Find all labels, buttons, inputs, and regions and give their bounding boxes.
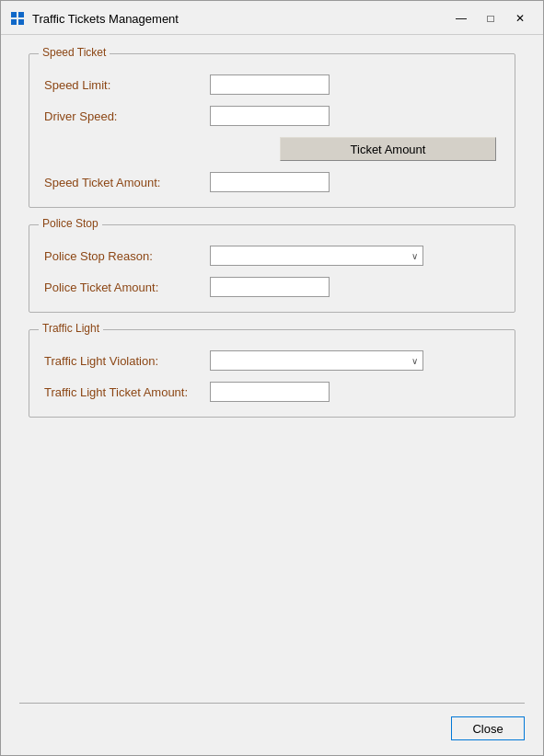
footer: Close — [1, 693, 543, 755]
svg-rect-1 — [18, 12, 24, 17]
traffic-light-violation-select[interactable]: Red Light Yellow Light Illegal Turn — [210, 350, 423, 371]
driver-speed-row: Driver Speed: — [44, 106, 500, 126]
main-window: Traffic Tickets Management — □ ✕ Speed T… — [0, 0, 544, 756]
content-area: Speed Ticket Speed Limit: Driver Speed: … — [1, 35, 543, 693]
ticket-amount-btn-row: Ticket Amount — [44, 137, 500, 161]
police-stop-group: Police Stop Police Stop Reason: Speeding… — [29, 224, 515, 313]
speed-ticket-amount-label: Speed Ticket Amount: — [44, 176, 210, 189]
svg-rect-0 — [11, 12, 17, 17]
police-ticket-amount-input[interactable] — [210, 277, 330, 297]
close-window-button[interactable]: ✕ — [506, 8, 534, 29]
police-stop-reason-wrapper: Speeding Reckless Driving DUI Other — [210, 246, 423, 266]
window-controls: — □ ✕ — [447, 8, 534, 29]
police-stop-reason-select[interactable]: Speeding Reckless Driving DUI Other — [210, 246, 423, 266]
speed-ticket-amount-input[interactable] — [210, 172, 330, 192]
police-stop-reason-row: Police Stop Reason: Speeding Reckless Dr… — [44, 246, 500, 266]
police-stop-group-label: Police Stop — [39, 217, 102, 230]
traffic-light-ticket-amount-label: Traffic Light Ticket Amount: — [44, 385, 210, 399]
speed-ticket-amount-row: Speed Ticket Amount: — [44, 172, 500, 192]
traffic-light-ticket-amount-row: Traffic Light Ticket Amount: — [44, 382, 500, 402]
minimize-button[interactable]: — — [447, 8, 475, 29]
footer-buttons: Close — [19, 716, 525, 740]
traffic-light-violation-label: Traffic Light Violation: — [44, 354, 210, 368]
traffic-light-group-label: Traffic Light — [39, 322, 103, 335]
traffic-light-ticket-amount-input[interactable] — [210, 382, 330, 402]
driver-speed-label: Driver Speed: — [44, 109, 210, 123]
app-icon — [10, 11, 25, 26]
police-stop-reason-label: Police Stop Reason: — [44, 249, 210, 263]
traffic-light-violation-wrapper: Red Light Yellow Light Illegal Turn — [210, 350, 423, 371]
traffic-light-group: Traffic Light Traffic Light Violation: R… — [29, 329, 515, 418]
close-button[interactable]: Close — [451, 716, 525, 740]
speed-limit-input[interactable] — [210, 74, 330, 95]
footer-divider — [19, 703, 525, 704]
speed-ticket-group-label: Speed Ticket — [39, 46, 110, 59]
ticket-amount-button[interactable]: Ticket Amount — [280, 137, 496, 161]
police-ticket-amount-row: Police Ticket Amount: — [44, 277, 500, 297]
speed-ticket-group: Speed Ticket Speed Limit: Driver Speed: … — [29, 53, 515, 208]
svg-rect-3 — [18, 19, 24, 25]
titlebar: Traffic Tickets Management — □ ✕ — [1, 1, 543, 35]
traffic-light-violation-row: Traffic Light Violation: Red Light Yello… — [44, 350, 500, 371]
driver-speed-input[interactable] — [210, 106, 330, 126]
maximize-button[interactable]: □ — [477, 8, 504, 29]
speed-limit-label: Speed Limit: — [44, 78, 210, 92]
window-title: Traffic Tickets Management — [32, 12, 447, 26]
speed-limit-row: Speed Limit: — [44, 74, 500, 95]
police-ticket-amount-label: Police Ticket Amount: — [44, 281, 210, 294]
svg-rect-2 — [11, 19, 17, 25]
